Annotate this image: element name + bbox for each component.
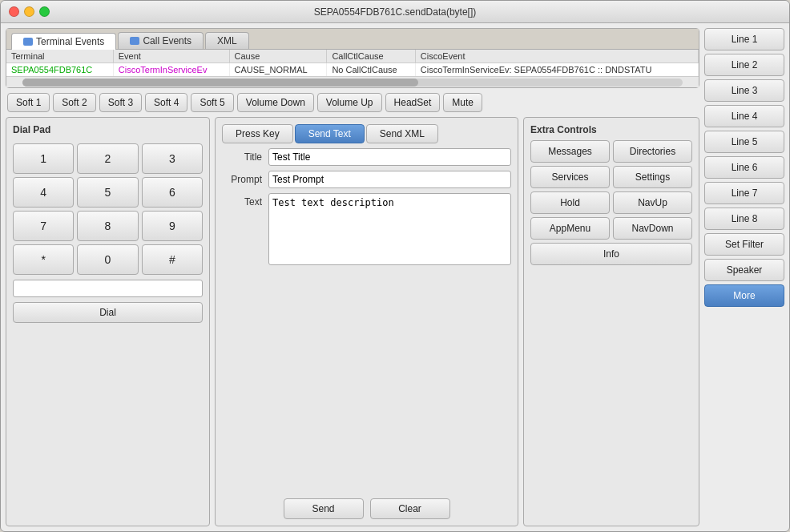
dial-5[interactable]: 5 — [77, 177, 138, 208]
send-action-buttons: Send Clear — [222, 498, 511, 519]
info-button[interactable]: Info — [530, 243, 692, 265]
line-6-button[interactable]: Line 6 — [704, 156, 784, 179]
dial-6[interactable]: 6 — [142, 177, 203, 208]
terminal-icon — [23, 38, 33, 46]
set-filter-button[interactable]: Set Filter — [704, 233, 784, 256]
extra-controls-section: Extra Controls Messages Directories Serv… — [523, 117, 699, 526]
col-ciscoevent: CiscoEvent — [415, 50, 698, 63]
prompt-label: Prompt — [222, 174, 262, 185]
line-3-button[interactable]: Line 3 — [704, 79, 784, 102]
dial-1[interactable]: 1 — [13, 143, 74, 174]
col-terminal: Terminal — [6, 50, 113, 63]
minimize-button[interactable] — [24, 6, 34, 17]
line-8-button[interactable]: Line 8 — [704, 208, 784, 230]
cell-event: CiscoTermInServiceEv — [113, 63, 229, 77]
title-bar: SEPA0554FDB761C.sendData(byte[]) — [1, 1, 789, 23]
appmenu-button[interactable]: AppMenu — [530, 217, 610, 240]
event-table[interactable]: Terminal Event Cause CallCtlCause CiscoE… — [6, 50, 699, 76]
scrollbar-track — [22, 79, 683, 87]
dial-grid: 1 2 3 4 5 6 7 8 9 * 0 # — [13, 143, 203, 275]
main-content: Terminal Events Call Events XML Ter — [1, 23, 789, 531]
cell-cause: CAUSE_NORMAL — [229, 63, 327, 77]
soft-5-button[interactable]: Soft 5 — [191, 93, 233, 112]
phone-icon — [130, 37, 139, 45]
extra-controls-title: Extra Controls — [530, 124, 692, 135]
col-event: Event — [113, 50, 229, 63]
headset-button[interactable]: HeadSet — [385, 93, 441, 112]
speaker-button[interactable]: Speaker — [704, 259, 784, 281]
dial-input[interactable] — [13, 280, 203, 297]
line-2-button[interactable]: Line 2 — [704, 54, 784, 76]
cell-callctlcause: No CallCtlCause — [327, 63, 415, 77]
volume-down-button[interactable]: Volume Down — [237, 93, 314, 112]
messages-button[interactable]: Messages — [530, 140, 610, 163]
line-4-button[interactable]: Line 4 — [704, 105, 784, 127]
col-callctlcause: CallCtlCause — [327, 50, 415, 63]
horizontal-scrollbar[interactable] — [6, 76, 699, 87]
more-button[interactable]: More — [704, 284, 784, 307]
table-row: SEPA0554FDB761C CiscoTermInServiceEv CAU… — [6, 63, 699, 77]
navdown-button[interactable]: NavDown — [613, 217, 692, 240]
extra-controls-grid: Messages Directories Services Settings H… — [530, 140, 692, 265]
bottom-section: Dial Pad 1 2 3 4 5 6 7 8 9 * 0 # — [6, 117, 699, 526]
dial-2[interactable]: 2 — [77, 143, 138, 174]
window-title: SEPA0554FDB761C.sendData(byte[]) — [314, 6, 477, 18]
tab-xml[interactable]: XML — [205, 32, 249, 49]
clear-button[interactable]: Clear — [370, 498, 450, 519]
navup-button[interactable]: NavUp — [613, 191, 692, 214]
title-row: Title — [222, 148, 511, 166]
soft-buttons-row: Soft 1 Soft 2 Soft 3 Soft 4 Soft 5 Volum… — [6, 93, 699, 112]
soft-4-button[interactable]: Soft 4 — [145, 93, 187, 112]
text-textarea[interactable]: Test text description — [268, 193, 511, 265]
dial-8[interactable]: 8 — [77, 211, 138, 241]
maximize-button[interactable] — [39, 6, 50, 17]
soft-2-button[interactable]: Soft 2 — [53, 93, 95, 112]
dial-7[interactable]: 7 — [13, 211, 74, 241]
dial-button[interactable]: Dial — [13, 302, 203, 323]
tab-send-text[interactable]: Send Text — [295, 124, 365, 143]
event-section: Terminal Events Call Events XML Ter — [6, 28, 699, 88]
event-tabs-row: Terminal Events Call Events XML — [6, 29, 699, 50]
text-label: Text — [222, 196, 262, 208]
line-1-button[interactable]: Line 1 — [704, 28, 784, 50]
dial-3[interactable]: 3 — [142, 143, 203, 174]
dial-pad-section: Dial Pad 1 2 3 4 5 6 7 8 9 * 0 # — [6, 117, 210, 526]
send-section: Press Key Send Text Send XML Title Promp… — [215, 117, 518, 526]
line-7-button[interactable]: Line 7 — [704, 182, 784, 204]
tab-call-events[interactable]: Call Events — [118, 32, 204, 49]
tab-send-xml[interactable]: Send XML — [366, 124, 438, 143]
settings-button[interactable]: Settings — [613, 166, 692, 188]
send-tabs: Press Key Send Text Send XML — [222, 124, 511, 143]
directories-button[interactable]: Directories — [613, 140, 692, 163]
title-label: Title — [222, 151, 262, 163]
soft-3-button[interactable]: Soft 3 — [99, 93, 142, 112]
dial-4[interactable]: 4 — [13, 177, 74, 208]
dial-star[interactable]: * — [13, 244, 74, 275]
cell-terminal: SEPA0554FDB761C — [6, 63, 113, 77]
dial-0[interactable]: 0 — [77, 244, 138, 275]
close-button[interactable] — [9, 6, 19, 17]
right-sidebar: Line 1 Line 2 Line 3 Line 4 Line 5 Line … — [704, 28, 784, 526]
hold-button[interactable]: Hold — [530, 191, 610, 214]
send-button[interactable]: Send — [284, 498, 364, 519]
cell-ciscoevent: CiscoTermInServiceEv: SEPA0554FDB761C ::… — [415, 63, 698, 77]
dial-hash[interactable]: # — [142, 244, 203, 275]
soft-1-button[interactable]: Soft 1 — [7, 93, 50, 112]
dial-9[interactable]: 9 — [142, 211, 203, 241]
line-5-button[interactable]: Line 5 — [704, 131, 784, 153]
text-row: Text Test text description — [222, 193, 511, 265]
tab-press-key[interactable]: Press Key — [222, 124, 293, 143]
prompt-row: Prompt — [222, 171, 511, 188]
services-button[interactable]: Services — [530, 166, 610, 188]
dial-pad-title: Dial Pad — [13, 124, 203, 135]
main-window: SEPA0554FDB761C.sendData(byte[]) Termina… — [0, 0, 790, 532]
mute-button[interactable]: Mute — [443, 93, 482, 112]
window-controls — [9, 6, 50, 17]
volume-up-button[interactable]: Volume Up — [317, 93, 382, 112]
tab-terminal-events[interactable]: Terminal Events — [11, 33, 116, 50]
title-input[interactable] — [268, 148, 511, 166]
prompt-input[interactable] — [268, 171, 511, 188]
scrollbar-thumb[interactable] — [22, 79, 418, 87]
col-cause: Cause — [229, 50, 327, 63]
left-panel: Terminal Events Call Events XML Ter — [6, 28, 699, 526]
